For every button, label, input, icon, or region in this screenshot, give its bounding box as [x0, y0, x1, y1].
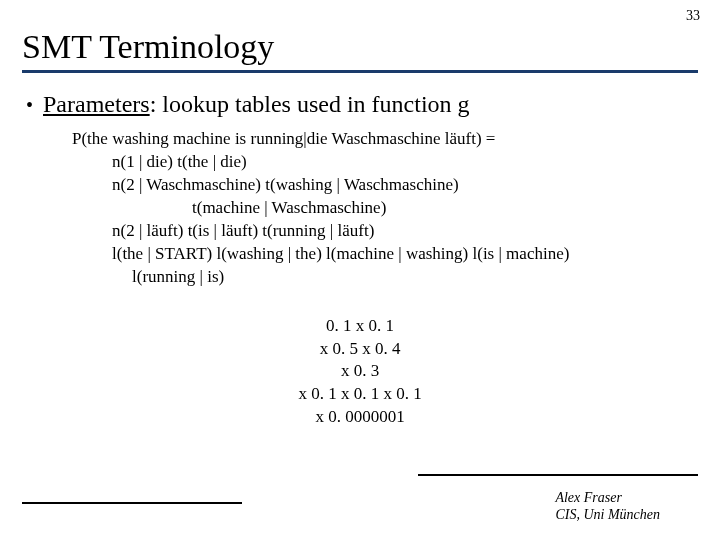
footer-credit: Alex Fraser CIS, Uni München — [555, 490, 660, 524]
formula-line: t(machine | Waschmaschine) — [192, 197, 698, 220]
numbers-line: x 0. 3 — [175, 360, 545, 383]
formula-line: P(the washing machine is running|die Was… — [72, 128, 698, 151]
formula-line: n(1 | die) t(the | die) — [112, 151, 698, 174]
numbers-line: 0. 1 x 0. 1 — [175, 315, 545, 338]
formula-line: n(2 | läuft) t(is | läuft) t(running | l… — [112, 220, 698, 243]
title-underline — [22, 70, 698, 73]
formula-line: l(running | is) — [132, 266, 698, 289]
content-area: • Parameters: lookup tables used in func… — [0, 91, 720, 429]
formula-line: l(the | START) l(washing | the) l(machin… — [112, 243, 698, 266]
footer-affiliation: CIS, Uni München — [555, 507, 660, 524]
bullet-rest: : lookup tables used in function g — [150, 91, 470, 117]
numbers-line: x 0. 0000001 — [175, 406, 545, 429]
bullet-dot-icon: • — [26, 95, 33, 115]
footer-rule-left — [22, 502, 242, 504]
page-number: 33 — [686, 8, 700, 24]
footer-author: Alex Fraser — [555, 490, 660, 507]
slide-title: SMT Terminology — [22, 28, 720, 66]
numbers-line: x 0. 1 x 0. 1 x 0. 1 — [175, 383, 545, 406]
numbers-block: 0. 1 x 0. 1 x 0. 5 x 0. 4 x 0. 3 x 0. 1 … — [175, 315, 545, 430]
bullet-term: Parameters — [43, 91, 150, 117]
footer-rule-right — [418, 474, 698, 476]
numbers-line: x 0. 5 x 0. 4 — [175, 338, 545, 361]
formula-block: P(the washing machine is running|die Was… — [72, 128, 698, 289]
formula-line: n(2 | Waschmaschine) t(washing | Waschma… — [112, 174, 698, 197]
bullet-item: • Parameters: lookup tables used in func… — [22, 91, 698, 118]
